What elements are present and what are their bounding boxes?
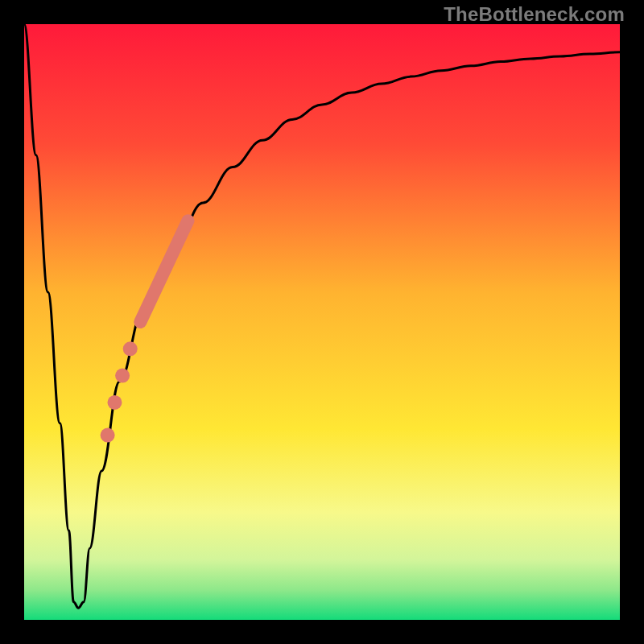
gpu-point [107,395,122,410]
gradient-background [24,24,620,620]
plot-area [24,24,620,620]
gpu-point [115,369,130,383]
gpu-point [101,428,115,443]
watermark-text: TheBottleneck.com [444,3,625,26]
gpu-point [123,341,138,356]
chart-svg [24,24,620,620]
chart-frame: TheBottleneck.com [0,0,644,644]
